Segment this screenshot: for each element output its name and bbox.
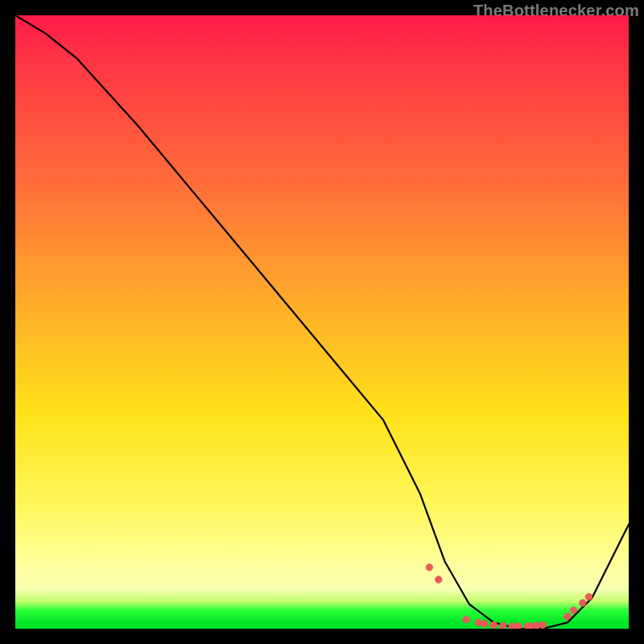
highlight-dot bbox=[463, 616, 469, 622]
highlight-dot bbox=[490, 621, 497, 628]
highlight-dot bbox=[585, 593, 592, 600]
highlight-dot bbox=[515, 623, 522, 629]
highlight-dot bbox=[475, 619, 481, 625]
highlight-dot bbox=[570, 607, 576, 613]
highlight-dot bbox=[436, 576, 442, 583]
chart-container: TheBottlenecker.com bbox=[0, 0, 644, 644]
chart-svg bbox=[15, 15, 629, 629]
highlight-dot bbox=[564, 613, 571, 620]
highlight-dot bbox=[426, 564, 432, 571]
highlight-dot bbox=[539, 621, 546, 628]
highlight-dot bbox=[580, 600, 586, 606]
highlight-dot bbox=[500, 622, 506, 629]
highlight-dot bbox=[481, 621, 488, 627]
plot-area bbox=[15, 15, 629, 629]
bottleneck-curve-line bbox=[15, 15, 629, 629]
